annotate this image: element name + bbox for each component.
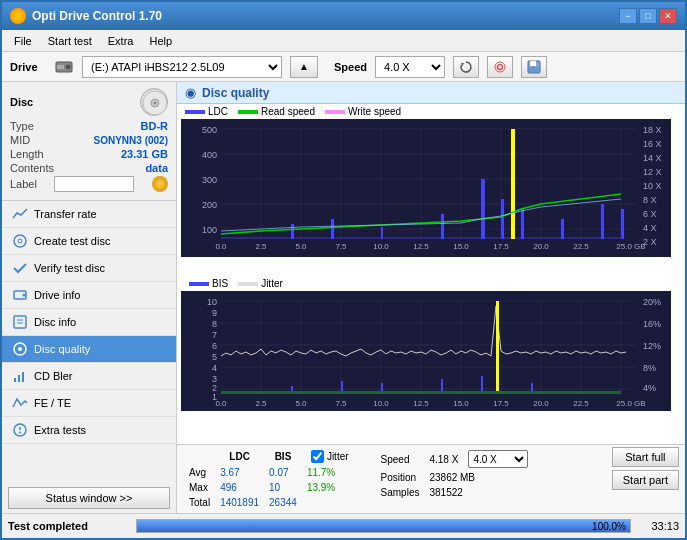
disc-quality-icon [12, 341, 28, 357]
svg-text:5.0: 5.0 [295, 242, 307, 251]
svg-text:20%: 20% [643, 297, 661, 307]
progress-bar-container: 100.0% [136, 519, 631, 533]
svg-text:500: 500 [202, 125, 217, 135]
svg-text:10.0: 10.0 [373, 399, 389, 408]
svg-point-20 [18, 347, 22, 351]
status-window-button[interactable]: Status window >> [8, 487, 170, 509]
max-label: Max [185, 481, 214, 494]
settings-button[interactable] [487, 56, 513, 78]
sidebar-item-verify-test-disc[interactable]: Verify test disc [2, 255, 176, 282]
disc-quality-header-icon: ◉ [185, 85, 196, 100]
jitter-checkbox[interactable] [311, 450, 324, 463]
avg-label: Avg [185, 466, 214, 479]
save-button[interactable] [521, 56, 547, 78]
svg-rect-78 [601, 204, 604, 239]
write-speed-legend-color [325, 110, 345, 114]
menu-start-test[interactable]: Start test [40, 33, 100, 49]
disc-section-title: Disc [10, 96, 33, 108]
menu-help[interactable]: Help [141, 33, 180, 49]
svg-rect-125 [441, 379, 443, 391]
create-disc-icon [12, 233, 28, 249]
menu-file[interactable]: File [6, 33, 40, 49]
refresh-button[interactable] [453, 56, 479, 78]
svg-text:10.0: 10.0 [373, 242, 389, 251]
speed-select[interactable]: 4.0 X 1.0 X 2.0 X 8.0 X [375, 56, 445, 78]
jitter-check-label: Jitter [327, 451, 349, 462]
svg-text:8 X: 8 X [643, 195, 657, 205]
sidebar-item-cd-bler[interactable]: CD Bler [2, 363, 176, 390]
svg-text:14 X: 14 X [643, 153, 662, 163]
sidebar-item-drive-info[interactable]: Drive info [2, 282, 176, 309]
disc-quality-title: Disc quality [202, 86, 269, 100]
drive-info-icon [12, 287, 28, 303]
svg-text:16 X: 16 X [643, 139, 662, 149]
svg-text:7.5: 7.5 [335, 399, 347, 408]
label-icon[interactable] [152, 176, 168, 192]
drive-select[interactable]: (E:) ATAPI iHBS212 2.5L09 [82, 56, 282, 78]
chart2-container: 10 9 8 7 6 5 4 3 2 1 20% 16% 12% [181, 291, 681, 444]
max-bis: 10 [265, 481, 301, 494]
svg-text:20.0: 20.0 [533, 399, 549, 408]
window-controls: − □ ✕ [619, 8, 677, 24]
sidebar-item-create-test-disc[interactable]: Create test disc [2, 228, 176, 255]
svg-text:0.0: 0.0 [215, 399, 227, 408]
svg-rect-122 [291, 386, 293, 391]
svg-rect-22 [18, 375, 20, 382]
sidebar-item-fe-te[interactable]: FE / TE [2, 390, 176, 417]
svg-text:2.5: 2.5 [255, 242, 267, 251]
menu-extra[interactable]: Extra [100, 33, 142, 49]
svg-rect-75 [511, 129, 515, 239]
read-speed-legend-label: Read speed [261, 106, 315, 117]
svg-text:0.0: 0.0 [215, 242, 227, 251]
avg-bis: 0.07 [265, 466, 301, 479]
close-button[interactable]: ✕ [659, 8, 677, 24]
type-val: BD-R [141, 120, 169, 132]
ldc-legend-label: LDC [208, 106, 228, 117]
speed-val: 4.18 X [425, 449, 462, 469]
disc-icon [140, 88, 168, 116]
mid-val: SONYNN3 (002) [94, 135, 168, 146]
ldc-header: LDC [216, 449, 263, 464]
svg-rect-76 [521, 209, 524, 239]
chart2-svg: 10 9 8 7 6 5 4 3 2 1 20% 16% 12% [181, 291, 671, 411]
label-input[interactable] [54, 176, 134, 192]
bis-legend-color [189, 282, 209, 286]
start-part-button[interactable]: Start part [612, 470, 679, 490]
svg-rect-69 [291, 224, 294, 239]
start-full-button[interactable]: Start full [612, 447, 679, 467]
bis-header: BIS [265, 449, 301, 464]
minimize-button[interactable]: − [619, 8, 637, 24]
svg-rect-127 [496, 301, 499, 391]
transfer-rate-icon [12, 206, 28, 222]
eject-button[interactable]: ▲ [290, 56, 318, 78]
svg-text:15.0: 15.0 [453, 242, 469, 251]
svg-text:17.5: 17.5 [493, 242, 509, 251]
svg-point-4 [498, 64, 503, 69]
svg-text:6 X: 6 X [643, 209, 657, 219]
svg-rect-129 [221, 391, 621, 394]
sidebar-item-disc-quality[interactable]: Disc quality [2, 336, 176, 363]
sidebar-item-disc-info[interactable]: Disc info [2, 309, 176, 336]
svg-text:9: 9 [212, 308, 217, 318]
svg-text:300: 300 [202, 175, 217, 185]
bis-legend-label: BIS [212, 278, 228, 289]
speed-label-cell: Speed [377, 449, 424, 469]
svg-text:7.5: 7.5 [335, 242, 347, 251]
svg-point-13 [18, 239, 22, 243]
svg-text:8: 8 [212, 319, 217, 329]
sidebar-item-transfer-rate[interactable]: Transfer rate [2, 201, 176, 228]
svg-text:10: 10 [207, 297, 217, 307]
sidebar-item-extra-tests[interactable]: Extra tests [2, 417, 176, 444]
maximize-button[interactable]: □ [639, 8, 657, 24]
svg-rect-126 [481, 376, 483, 391]
progress-bar-fill [137, 520, 630, 532]
stats-table: LDC BIS Jitter Avg 3.67 0.07 [183, 447, 355, 511]
jitter-legend-label: Jitter [261, 278, 283, 289]
svg-rect-74 [501, 199, 504, 239]
chart1-legend: LDC Read speed Write speed [177, 104, 685, 119]
samples-label: Samples [377, 486, 424, 499]
speed-dropdown[interactable]: 4.0 X 2.0 X 1.0 X [468, 450, 528, 468]
fe-te-icon [12, 395, 28, 411]
svg-rect-16 [14, 316, 26, 328]
jitter-check-cell: Jitter [303, 449, 353, 464]
